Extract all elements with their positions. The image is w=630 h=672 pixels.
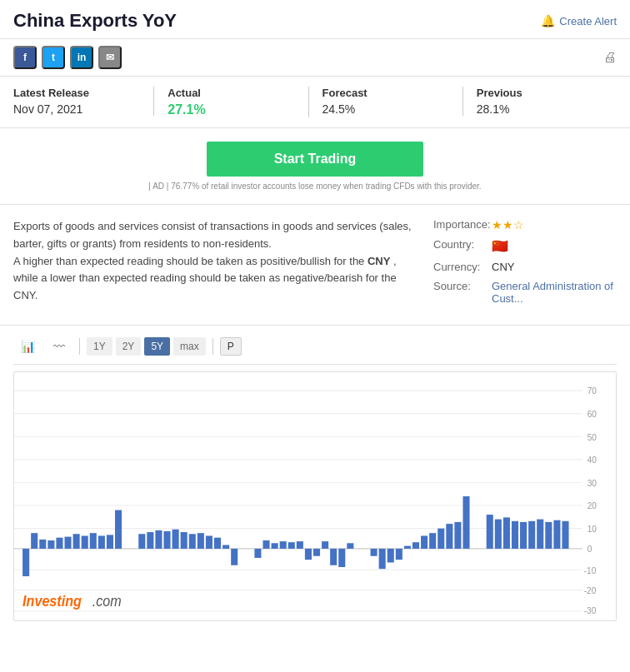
svg-rect-41 bbox=[305, 549, 312, 560]
svg-rect-26 bbox=[163, 531, 170, 549]
currency-row: Currency: CNY bbox=[433, 261, 617, 273]
svg-rect-22 bbox=[115, 510, 122, 549]
period-1y-button[interactable]: 1Y bbox=[87, 337, 112, 356]
period-5y-button[interactable]: 5Y bbox=[144, 337, 170, 356]
period-2y-button[interactable]: 2Y bbox=[116, 337, 142, 356]
line-chart-icon[interactable]: 〰 bbox=[46, 336, 72, 357]
svg-rect-27 bbox=[172, 530, 179, 549]
stats-bar: Latest Release Nov 07, 2021 Actual 27.1%… bbox=[0, 77, 630, 128]
svg-rect-18 bbox=[82, 535, 88, 548]
svg-rect-62 bbox=[512, 521, 518, 549]
currency-value: CNY bbox=[492, 261, 514, 273]
importance-label: Importance: bbox=[433, 218, 492, 231]
svg-rect-30 bbox=[198, 533, 204, 549]
svg-rect-47 bbox=[371, 549, 378, 556]
forecast-value: 24.5% bbox=[322, 102, 449, 116]
svg-rect-60 bbox=[495, 520, 502, 549]
svg-text:0: 0 bbox=[588, 544, 592, 555]
svg-rect-65 bbox=[537, 520, 543, 549]
ad-text: | AD | 76.77% of retail investor account… bbox=[13, 182, 617, 191]
svg-rect-14 bbox=[48, 540, 54, 549]
svg-rect-23 bbox=[138, 534, 145, 549]
create-alert-button[interactable]: 🔔 Create Alert bbox=[541, 14, 617, 27]
svg-rect-28 bbox=[181, 532, 188, 549]
svg-rect-51 bbox=[404, 546, 411, 549]
latest-release-value: Nov 07, 2021 bbox=[13, 102, 140, 116]
chart-toolbar: 📊 〰 1Y 2Y 5Y max P bbox=[13, 336, 617, 365]
svg-rect-13 bbox=[39, 540, 46, 549]
svg-rect-44 bbox=[330, 549, 337, 565]
svg-rect-43 bbox=[322, 541, 328, 549]
svg-rect-55 bbox=[438, 529, 444, 549]
p-button[interactable]: P bbox=[220, 337, 242, 356]
info-description: Exports of goods and services consist of… bbox=[13, 218, 417, 311]
svg-rect-11 bbox=[22, 549, 29, 576]
svg-rect-61 bbox=[503, 517, 510, 549]
latest-release-label: Latest Release bbox=[13, 87, 140, 99]
print-icon[interactable]: 🖨 bbox=[603, 50, 617, 65]
chart-container: 70 60 50 40 30 20 10 0 -10 -20 -30 Jul '… bbox=[13, 371, 617, 621]
svg-text:30: 30 bbox=[588, 477, 597, 488]
svg-rect-49 bbox=[388, 549, 394, 563]
svg-text:Jul '21: Jul '21 bbox=[517, 619, 541, 620]
importance-row: Importance: ★★☆ bbox=[433, 218, 617, 231]
svg-rect-33 bbox=[222, 545, 229, 548]
svg-text:-30: -30 bbox=[584, 605, 597, 616]
source-label: Source: bbox=[433, 280, 492, 292]
svg-rect-42 bbox=[313, 549, 320, 556]
page-header: China Exports YoY 🔔 Create Alert bbox=[0, 0, 630, 39]
svg-text:60: 60 bbox=[588, 409, 597, 420]
bell-icon: 🔔 bbox=[541, 14, 555, 27]
svg-rect-35 bbox=[254, 549, 261, 558]
bar-chart-icon[interactable]: 📊 bbox=[13, 336, 42, 357]
actual-value: 27.1% bbox=[168, 102, 294, 117]
actual-label: Actual bbox=[168, 87, 294, 99]
country-label: Country: bbox=[433, 238, 492, 251]
svg-rect-36 bbox=[262, 540, 269, 549]
svg-text:Jul '19: Jul '19 bbox=[284, 619, 308, 620]
chart-section: 📊 〰 1Y 2Y 5Y max P bbox=[0, 326, 630, 621]
twitter-button[interactable]: t bbox=[42, 46, 65, 69]
email-button[interactable]: ✉ bbox=[98, 46, 122, 69]
svg-rect-45 bbox=[338, 549, 345, 567]
forecast-label: Forecast bbox=[322, 87, 449, 99]
actual-col: Actual 27.1% bbox=[168, 87, 308, 117]
svg-rect-12 bbox=[31, 533, 38, 549]
svg-rect-21 bbox=[107, 535, 113, 549]
country-row: Country: 🇨🇳 bbox=[433, 238, 617, 254]
svg-text:70: 70 bbox=[588, 386, 597, 396]
svg-rect-25 bbox=[155, 530, 162, 549]
svg-rect-57 bbox=[454, 522, 461, 549]
svg-rect-24 bbox=[147, 532, 153, 549]
currency-label: Currency: bbox=[433, 261, 492, 273]
svg-rect-58 bbox=[462, 496, 469, 549]
importance-stars: ★★☆ bbox=[492, 218, 524, 231]
facebook-button[interactable]: f bbox=[13, 46, 37, 69]
svg-rect-64 bbox=[528, 521, 535, 549]
svg-rect-19 bbox=[90, 533, 97, 549]
svg-rect-38 bbox=[280, 541, 287, 549]
linkedin-button[interactable]: in bbox=[70, 46, 93, 69]
svg-text:Investing: Investing bbox=[22, 594, 82, 610]
source-row: Source: General Administration of Cust..… bbox=[433, 280, 617, 305]
social-icons: f t in ✉ bbox=[13, 46, 122, 69]
svg-rect-40 bbox=[297, 541, 303, 549]
svg-rect-20 bbox=[98, 535, 105, 548]
svg-text:.com: .com bbox=[92, 594, 122, 610]
svg-rect-52 bbox=[412, 542, 419, 549]
info-section: Exports of goods and services consist of… bbox=[0, 205, 630, 326]
svg-text:Jul '20: Jul '20 bbox=[401, 619, 425, 620]
toolbar-divider2 bbox=[212, 338, 213, 355]
previous-value: 28.1% bbox=[477, 102, 603, 116]
start-trading-button[interactable]: Start Trading bbox=[207, 142, 423, 177]
info-right: Importance: ★★☆ Country: 🇨🇳 Currency: CN… bbox=[433, 218, 617, 311]
svg-rect-48 bbox=[379, 549, 386, 569]
source-link[interactable]: General Administration of Cust... bbox=[492, 280, 617, 305]
period-max-button[interactable]: max bbox=[173, 337, 206, 356]
social-bar: f t in ✉ 🖨 bbox=[0, 39, 630, 77]
previous-label: Previous bbox=[477, 87, 603, 99]
forecast-col: Forecast 24.5% bbox=[322, 87, 463, 116]
svg-text:40: 40 bbox=[588, 455, 597, 465]
svg-text:Jul '17: Jul '17 bbox=[52, 619, 77, 620]
svg-rect-59 bbox=[487, 515, 493, 549]
